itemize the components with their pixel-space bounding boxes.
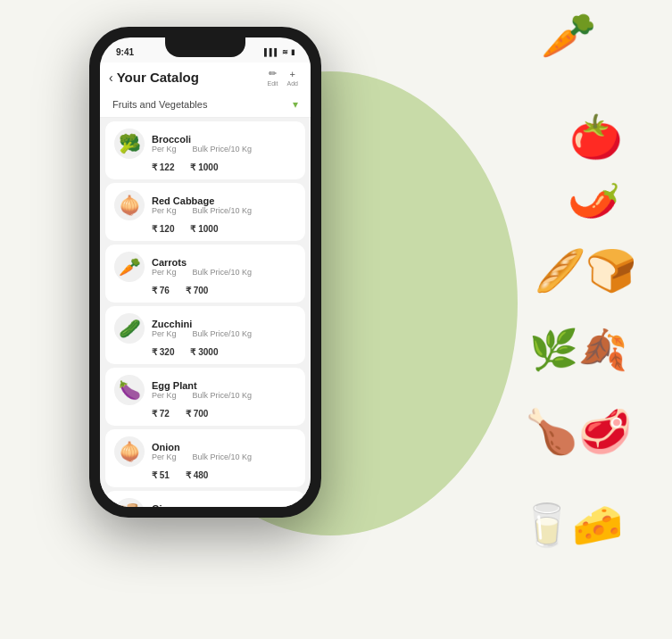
product-info: Carrots Per Kg Bulk Price/10 Kg <box>152 257 296 277</box>
phone-mockup: 9:41 ▌▌▌ ≋ ▮ ‹ Your Catalog ✏ Edit <box>89 27 321 518</box>
add-button[interactable]: + Add <box>287 69 298 87</box>
status-icons: ▌▌▌ ≋ ▮ <box>264 48 295 56</box>
per-kg-label: Per Kg <box>152 145 177 154</box>
product-top: 🥕 Carrots Per Kg Bulk Price/10 Kg <box>114 252 296 282</box>
product-top: 🍆 Egg Plant Per Kg Bulk Price/10 Kg <box>114 375 296 405</box>
add-icon: + <box>290 69 295 79</box>
product-meta: Per Kg Bulk Price/10 Kg <box>152 145 296 154</box>
product-info: Onion Per Kg Bulk Price/10 Kg <box>152 442 296 461</box>
per-kg-label: Per Kg <box>152 452 177 461</box>
bulk-price: ₹ 1000 <box>190 224 218 234</box>
product-top: 🧅 Onion Per Kg Bulk Price/10 Kg <box>114 436 296 467</box>
deco-milk: 🥛🧀 <box>521 504 623 545</box>
app-header: ‹ Your Catalog ✏ Edit + Add <box>100 62 311 92</box>
wifi-icon: ≋ <box>282 48 288 56</box>
product-image: 🧅 <box>114 436 145 467</box>
product-top: 🥦 Broccoli Per Kg Bulk Price/10 Kg <box>114 129 296 159</box>
product-prices: ₹ 122 ₹ 1000 <box>114 162 296 172</box>
deco-chili: 🌶️ <box>564 171 624 225</box>
bulk-price: ₹ 700 <box>186 409 208 419</box>
product-card[interactable]: 🥕 Carrots Per Kg Bulk Price/10 Kg ₹ 76 ₹… <box>105 245 305 303</box>
product-prices: ₹ 120 ₹ 1000 <box>114 224 296 234</box>
bulk-label: Bulk Price/10 Kg <box>193 206 253 215</box>
deco-bread: 🥖🍞 <box>535 250 636 291</box>
bulk-label: Bulk Price/10 Kg <box>193 268 253 277</box>
per-kg-price: ₹ 51 <box>152 470 170 480</box>
edit-label: Edit <box>267 80 278 87</box>
bulk-price: ₹ 480 <box>186 470 208 480</box>
product-prices: ₹ 320 ₹ 3000 <box>114 347 296 357</box>
product-image: 🧅 <box>114 190 145 220</box>
bulk-label: Bulk Price/10 Kg <box>193 452 253 461</box>
product-top: 🧅 Red Cabbage Per Kg Bulk Price/10 Kg <box>114 190 296 220</box>
header-left: ‹ Your Catalog <box>109 70 199 85</box>
add-label: Add <box>287 80 298 87</box>
product-top: 🫚 Ginger Per Kg Bulk Price/10 Kg <box>114 498 296 507</box>
product-info: Egg Plant Per Kg Bulk Price/10 Kg <box>152 380 296 400</box>
battery-icon: ▮ <box>291 48 295 56</box>
per-kg-price: ₹ 120 <box>152 224 174 234</box>
product-card[interactable]: 🥒 Zucchini Per Kg Bulk Price/10 Kg ₹ 320… <box>105 306 305 364</box>
product-meta: Per Kg Bulk Price/10 Kg <box>152 329 296 338</box>
product-image: 🫚 <box>114 498 145 507</box>
product-card[interactable]: 🫚 Ginger Per Kg Bulk Price/10 Kg <box>105 491 305 507</box>
status-time: 9:41 <box>116 47 134 57</box>
bulk-price: ₹ 700 <box>186 286 208 295</box>
product-meta: Per Kg Bulk Price/10 Kg <box>152 452 296 461</box>
bulk-label: Bulk Price/10 Kg <box>193 329 253 338</box>
product-image: 🥦 <box>114 129 145 159</box>
edit-icon: ✏ <box>269 68 277 79</box>
deco-meat: 🍗🥩 <box>525 411 632 453</box>
product-meta: Per Kg Bulk Price/10 Kg <box>152 391 296 400</box>
header-actions: ✏ Edit + Add <box>267 68 298 87</box>
phone-notch <box>165 37 245 57</box>
product-name: Broccoli <box>152 134 296 145</box>
product-prices: ₹ 72 ₹ 700 <box>114 409 296 419</box>
product-prices: ₹ 51 ₹ 480 <box>114 470 296 480</box>
product-name: Onion <box>152 442 296 452</box>
per-kg-label: Per Kg <box>152 268 177 277</box>
per-kg-price: ₹ 320 <box>152 347 174 357</box>
product-prices: ₹ 76 ₹ 700 <box>114 286 296 295</box>
per-kg-label: Per Kg <box>152 391 177 400</box>
product-info: Zucchini Per Kg Bulk Price/10 Kg <box>152 319 296 338</box>
bulk-label: Bulk Price/10 Kg <box>193 391 253 400</box>
product-name: Carrots <box>152 257 296 268</box>
product-card[interactable]: 🧅 Onion Per Kg Bulk Price/10 Kg ₹ 51 ₹ 4… <box>105 429 305 487</box>
signal-icon: ▌▌▌ <box>264 48 279 56</box>
edit-button[interactable]: ✏ Edit <box>267 68 278 87</box>
product-name: Ginger <box>152 503 296 507</box>
category-filter[interactable]: Fruits and Vegetables ▾ <box>100 92 311 118</box>
product-image: 🥕 <box>114 252 145 282</box>
deco-tomato: 🍅 <box>569 116 623 159</box>
category-label: Fruits and Vegetables <box>112 99 207 110</box>
per-kg-price: ₹ 72 <box>152 409 170 419</box>
product-info: Broccoli Per Kg Bulk Price/10 Kg <box>152 134 296 154</box>
product-meta: Per Kg Bulk Price/10 Kg <box>152 268 296 277</box>
product-card[interactable]: 🧅 Red Cabbage Per Kg Bulk Price/10 Kg ₹ … <box>105 183 305 241</box>
per-kg-label: Per Kg <box>152 329 177 338</box>
bulk-label: Bulk Price/10 Kg <box>193 145 253 154</box>
per-kg-price: ₹ 76 <box>152 286 170 295</box>
bulk-price: ₹ 1000 <box>190 162 218 172</box>
product-card[interactable]: 🍆 Egg Plant Per Kg Bulk Price/10 Kg ₹ 72… <box>105 368 305 426</box>
product-meta: Per Kg Bulk Price/10 Kg <box>152 206 296 215</box>
product-list: 🥦 Broccoli Per Kg Bulk Price/10 Kg ₹ 122… <box>100 118 311 507</box>
product-name: Egg Plant <box>152 380 296 391</box>
product-name: Red Cabbage <box>152 195 296 206</box>
per-kg-price: ₹ 122 <box>152 162 174 172</box>
phone-body: 9:41 ▌▌▌ ≋ ▮ ‹ Your Catalog ✏ Edit <box>89 27 321 518</box>
bulk-price: ₹ 3000 <box>190 347 218 357</box>
deco-carrots: 🥕 <box>541 13 596 58</box>
product-info: Red Cabbage Per Kg Bulk Price/10 Kg <box>152 195 296 215</box>
page-title: Your Catalog <box>117 70 199 85</box>
product-card[interactable]: 🥦 Broccoli Per Kg Bulk Price/10 Kg ₹ 122… <box>105 121 305 179</box>
category-chevron-icon: ▾ <box>293 98 298 111</box>
product-name: Zucchini <box>152 319 296 329</box>
product-info: Ginger Per Kg Bulk Price/10 Kg <box>152 503 296 507</box>
back-button[interactable]: ‹ <box>109 71 113 85</box>
product-image: 🍆 <box>114 375 145 405</box>
product-top: 🥒 Zucchini Per Kg Bulk Price/10 Kg <box>114 313 296 344</box>
per-kg-label: Per Kg <box>152 206 177 215</box>
phone-screen: 9:41 ▌▌▌ ≋ ▮ ‹ Your Catalog ✏ Edit <box>100 37 311 507</box>
